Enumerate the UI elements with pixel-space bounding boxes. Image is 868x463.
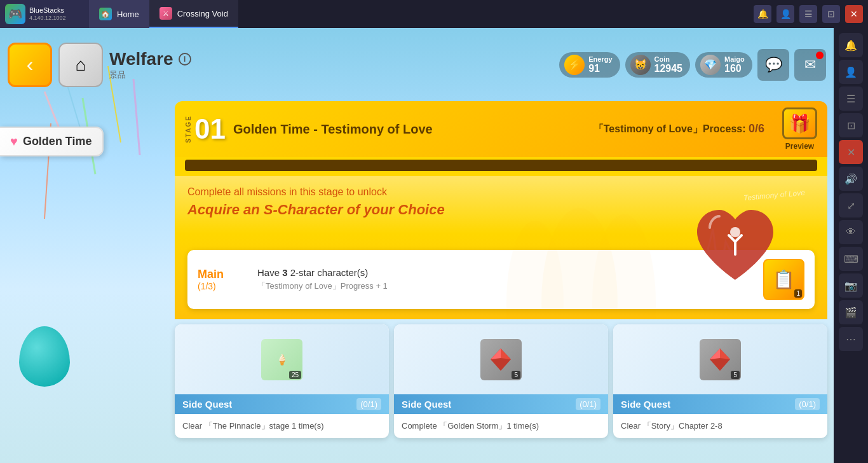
stage-title: Golden Time - Testimony of Love — [233, 122, 433, 137]
restore-btn[interactable]: ⊡ — [822, 5, 840, 23]
welfare-title-text: Welfare — [109, 49, 173, 69]
bs-icon: 🎮 — [5, 4, 25, 24]
heart-svg-container: Testimony of Love — [684, 197, 786, 301]
sidebar-camera-btn[interactable]: 👁 — [839, 220, 863, 244]
close-btn[interactable]: ✕ — [845, 5, 863, 23]
stage-header: STAGE 01 Golden Time - Testimony of Love… — [175, 101, 827, 157]
main-panel: STAGE 01 Golden Time - Testimony of Love… — [175, 101, 827, 457]
sidebar-screenshot-btn[interactable]: 📷 — [839, 273, 863, 298]
side-quest-1-image: 🍦 25 — [175, 324, 389, 394]
side-quest-3-image: 5 — [613, 324, 827, 394]
game-header: ‹ ⌂ Welfare i 景品 ⚡ Energy 91 😸 — [0, 28, 834, 101]
side-quest-3-progress: (0/1) — [795, 398, 820, 410]
heart-decoration-area: Testimony of Love — [675, 186, 796, 313]
sidebar-notification-btn[interactable]: 🔔 — [839, 33, 863, 57]
titlebar: 🎮 BlueStacks 4.140.12.1002 🏠 Home ⚔ Cros… — [0, 0, 868, 28]
sidebar-close-btn[interactable]: ✕ — [839, 140, 863, 164]
home-button[interactable]: ⌂ — [58, 43, 103, 87]
coin-icon: 😸 — [630, 55, 651, 75]
side-quest-3-header: Side Quest (0/1) — [613, 394, 827, 414]
maigo-info: Maigo 160 — [724, 55, 745, 74]
game-tab[interactable]: ⚔ Crossing Void — [149, 0, 238, 28]
sidebar-record-btn[interactable]: 🎬 — [839, 300, 863, 324]
home-tab-label: Home — [117, 10, 139, 19]
side-quest-1-desc: Clear 「The Pinnacle」stage 1 time(s) — [175, 414, 389, 438]
preview-label: Preview — [785, 142, 814, 151]
maigo-resource[interactable]: 💎 Maigo 160 — [695, 52, 752, 78]
side-quest-1-label: Side Quest — [182, 399, 232, 410]
side-quest-2: 5 Side Quest (0/1) Complete 「Golden Stor… — [394, 324, 608, 438]
stage-number: 01 — [194, 115, 226, 143]
right-sidebar: 🔔 👤 ☰ ⊡ ✕ 🔊 ⤢ 👁 ⌨ 📷 🎬 ⋯ — [834, 28, 868, 463]
preview-chest-icon: 🎁 — [782, 107, 817, 139]
svg-marker-12 — [491, 349, 501, 359]
game-tab-icon: ⚔ — [159, 7, 172, 20]
game-tab-label: Crossing Void — [177, 9, 228, 18]
account-btn[interactable]: 👤 — [776, 5, 794, 23]
energy-icon: ⚡ — [564, 55, 585, 75]
welfare-title-area: Welfare i 景品 — [109, 49, 191, 81]
svg-marker-11 — [501, 349, 511, 359]
main-progress: (1/3) — [198, 281, 216, 291]
energy-label: Energy — [588, 55, 612, 63]
chat-button[interactable]: 💬 — [757, 49, 789, 81]
mail-notification-badge — [816, 52, 824, 59]
svg-marker-15 — [710, 349, 720, 359]
side-quest-3-label: Side Quest — [621, 399, 670, 410]
menu-btn[interactable]: ☰ — [799, 5, 817, 23]
maigo-label: Maigo — [724, 55, 745, 63]
back-button[interactable]: ‹ — [8, 43, 52, 87]
stage-section: STAGE 01 Golden Time - Testimony of Love… — [175, 101, 827, 319]
home-tab-icon: 🏠 — [99, 8, 112, 20]
mission-area: Complete all missions in this stage to u… — [175, 176, 827, 319]
titlebar-controls: 🔔 👤 ☰ ⊡ ✕ — [754, 5, 868, 23]
home-tab[interactable]: 🏠 Home — [89, 0, 149, 28]
bs-name: BlueStacks — [29, 6, 66, 15]
bs-text: BlueStacks 4.140.12.1002 — [29, 6, 66, 22]
sidebar-menu-btn[interactable]: ☰ — [839, 86, 863, 111]
side-quest-2-header: Side Quest (0/1) — [394, 394, 608, 414]
progress-bar-background — [185, 160, 817, 171]
notification-btn[interactable]: 🔔 — [754, 5, 771, 23]
side-quests-row: 🍦 25 Side Quest (0/1) Clear 「The Pinnacl… — [175, 324, 827, 438]
sidebar-keyboard-btn[interactable]: ⌨ — [839, 247, 863, 271]
heart-icon: ♥ — [10, 134, 18, 149]
maigo-value: 160 — [724, 63, 745, 74]
side-quest-3-desc: Clear 「Story」Chapter 2-8 — [613, 414, 827, 438]
preview-button[interactable]: 🎁 Preview — [782, 107, 817, 151]
bluestacks-logo: 🎮 BlueStacks 4.140.12.1002 — [0, 0, 89, 28]
side-quest-1: 🍦 25 Side Quest (0/1) Clear 「The Pinnacl… — [175, 324, 389, 438]
golden-time-badge[interactable]: ♥ Golden Time — [0, 127, 104, 156]
svg-marker-14 — [720, 349, 730, 359]
sidebar-restore-btn[interactable]: ⊡ — [839, 113, 863, 137]
coin-label: Coin — [654, 55, 683, 63]
sidebar-account-btn[interactable]: 👤 — [839, 60, 863, 84]
bs-version: 4.140.12.1002 — [29, 15, 66, 22]
welfare-title-row: Welfare i — [109, 49, 191, 69]
main-label: Main — [198, 268, 224, 281]
coin-value: 12945 — [654, 63, 683, 74]
ice-cream-item-icon: 🍦 25 — [261, 339, 302, 380]
side-quest-2-progress: (0/1) — [576, 398, 600, 410]
side-quest-2-label: Side Quest — [402, 399, 451, 410]
side-quest-2-image: 5 — [394, 324, 608, 394]
side-quest-1-progress: (0/1) — [356, 398, 381, 410]
process-text: 「Testimony of Love」Process: 0/6 — [593, 122, 764, 136]
side-quest-1-header: Side Quest (0/1) — [175, 394, 389, 414]
game-area: ‹ ⌂ Welfare i 景品 ⚡ Energy 91 😸 — [0, 28, 834, 463]
side-quest-3: 5 Side Quest (0/1) Clear 「Story」Chapter … — [613, 324, 827, 438]
mail-button[interactable]: ✉ — [794, 49, 826, 81]
red-diamond-icon-1: 5 — [480, 339, 522, 380]
sidebar-volume-btn[interactable]: 🔊 — [839, 167, 863, 191]
side-quest-2-desc: Complete 「Golden Storm」1 time(s) — [394, 414, 608, 438]
golden-time-label: Golden Time — [23, 135, 92, 148]
info-icon[interactable]: i — [179, 53, 191, 66]
process-value: 0/6 — [749, 122, 764, 135]
energy-resource[interactable]: ⚡ Energy 91 — [559, 52, 620, 78]
maigo-icon: 💎 — [700, 55, 721, 75]
coin-resource[interactable]: 😸 Coin 12945 — [625, 52, 691, 78]
sidebar-more-btn[interactable]: ⋯ — [839, 327, 863, 351]
welfare-subtitle: 景品 — [109, 69, 191, 81]
sidebar-fullscreen-btn[interactable]: ⤢ — [839, 193, 863, 218]
main-quest-label: Main (1/3) — [198, 268, 248, 291]
